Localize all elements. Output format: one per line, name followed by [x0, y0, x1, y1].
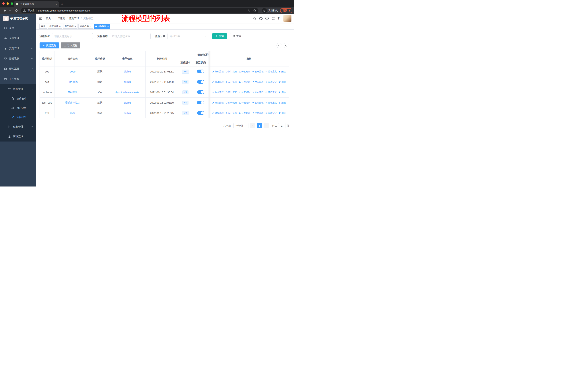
close-icon[interactable]: ×: [107, 25, 109, 27]
search-button[interactable]: 搜索: [212, 33, 227, 39]
action-assign-rule[interactable]: 分配规则: [239, 70, 250, 73]
import-process-button[interactable]: 导入流程: [61, 42, 80, 49]
active-status-toggle[interactable]: [197, 70, 204, 73]
breadcrumb-workflow[interactable]: 工作流程: [55, 17, 65, 20]
process-name-link[interactable]: OA 请假: [68, 91, 77, 94]
new-tab-button[interactable]: +: [61, 2, 63, 6]
form-info-link[interactable]: biubiu: [124, 70, 131, 73]
sidebar-item-process-management[interactable]: 流程管理: [0, 84, 36, 94]
action-publish-process[interactable]: 发布流程: [252, 70, 263, 73]
sidebar-item-process-model[interactable]: 流程模型: [0, 112, 36, 122]
password-key-button[interactable]: [248, 9, 251, 12]
forward-button[interactable]: [8, 8, 13, 13]
tag-process-form[interactable]: 流程表单 ×: [78, 24, 93, 29]
breadcrumb-home[interactable]: 首页: [46, 17, 51, 20]
sidebar-item-system[interactable]: 系统管理: [0, 33, 36, 43]
category-select[interactable]: 流程分类: [168, 33, 208, 39]
app-logo[interactable]: 芋道管理系统: [0, 14, 36, 23]
user-avatar[interactable]: [284, 15, 292, 22]
process-key-input[interactable]: [52, 33, 93, 39]
active-status-toggle[interactable]: [197, 80, 204, 84]
action-edit-process[interactable]: 修改流程: [212, 70, 224, 73]
action-process-definition[interactable]: 流程定义: [265, 91, 277, 94]
action-assign-rule[interactable]: 分配规则: [239, 112, 250, 115]
create-process-button[interactable]: 新建流程: [40, 42, 59, 49]
window-zoom-button[interactable]: [11, 2, 13, 5]
action-delete[interactable]: 删除: [279, 112, 286, 115]
address-bar[interactable]: 不安全 dashboard.yudao.iocoder.cn/bpm/manag…: [21, 8, 258, 13]
process-name-input[interactable]: [110, 33, 151, 39]
page-size-select[interactable]: 10条/页: [233, 123, 248, 128]
sidebar-item-workflow[interactable]: 工作流程: [0, 74, 36, 84]
action-edit-process[interactable]: 修改流程: [212, 101, 224, 104]
action-assign-rule[interactable]: 分配规则: [239, 91, 250, 94]
sidebar-item-user-group[interactable]: 用户分组: [0, 103, 36, 112]
reset-button[interactable]: 重置: [230, 33, 244, 39]
bookmark-star-button[interactable]: [253, 9, 256, 12]
action-edit-process[interactable]: 修改流程: [212, 81, 224, 84]
font-size-button[interactable]: TT: [278, 17, 281, 20]
tag-process-model[interactable]: 流程模型 ×: [94, 24, 110, 29]
tag-my-process[interactable]: 我的流程 ×: [63, 24, 78, 29]
close-icon[interactable]: ×: [90, 25, 91, 27]
process-name-link[interactable]: 滔博: [70, 111, 75, 114]
action-process-definition[interactable]: 流程定义: [265, 101, 277, 104]
sidebar-toggle-button[interactable]: [36, 17, 44, 20]
help-button[interactable]: ?: [265, 17, 269, 20]
github-button[interactable]: [259, 17, 263, 20]
tab-close-button[interactable]: ×: [55, 3, 57, 6]
form-info-link[interactable]: biubiu: [124, 112, 131, 115]
action-design-process[interactable]: 设计流程: [225, 81, 237, 84]
action-delete[interactable]: 删除: [279, 70, 286, 73]
refresh-table-button[interactable]: [284, 43, 289, 48]
update-button[interactable]: 更新: [280, 8, 292, 13]
process-name-link[interactable]: eeee: [70, 70, 75, 73]
action-design-process[interactable]: 设计流程: [225, 70, 237, 73]
process-name-link[interactable]: 测试多审批人: [65, 101, 80, 104]
sidebar-item-process-form[interactable]: 流程表单: [0, 94, 36, 103]
window-minimize-button[interactable]: [7, 2, 9, 5]
sidebar-item-home[interactable]: 首页: [0, 23, 36, 33]
browser-tab[interactable]: 芋道管理系统 ×: [14, 1, 59, 7]
action-process-definition[interactable]: 流程定义: [265, 112, 277, 115]
action-edit-process[interactable]: 修改流程: [212, 112, 224, 115]
action-publish-process[interactable]: 发布流程: [252, 101, 263, 104]
close-icon[interactable]: ×: [74, 25, 76, 27]
window-close-button[interactable]: [2, 2, 5, 5]
action-process-definition[interactable]: 流程定义: [265, 70, 277, 73]
sidebar-item-payment[interactable]: ¥ 支付管理: [0, 43, 36, 53]
action-assign-rule[interactable]: 分配规则: [239, 101, 250, 104]
tag-tenant-management[interactable]: 租户管理 ×: [48, 24, 62, 29]
sidebar-item-task-management[interactable]: 任务管理: [0, 122, 36, 132]
goto-page-input[interactable]: [278, 123, 285, 128]
form-info-link[interactable]: biubiu: [124, 81, 131, 83]
form-info-link[interactable]: /bpm/oa/leave/create: [115, 91, 139, 94]
action-edit-process[interactable]: 修改流程: [212, 91, 224, 94]
incognito-chip[interactable]: 无痕模式: [262, 8, 278, 13]
next-page-button[interactable]: ›: [263, 123, 269, 128]
active-status-toggle[interactable]: [197, 90, 204, 94]
action-delete[interactable]: 删除: [279, 101, 286, 104]
action-design-process[interactable]: 设计流程: [225, 112, 237, 115]
tag-home[interactable]: 首页: [39, 24, 47, 29]
action-process-definition[interactable]: 流程定义: [265, 81, 277, 84]
back-button[interactable]: [2, 8, 7, 13]
sidebar-item-devtools[interactable]: 研发工具: [0, 64, 36, 74]
breadcrumb-process-management[interactable]: 流程管理: [69, 17, 79, 20]
action-design-process[interactable]: 设计流程: [225, 101, 237, 104]
sidebar-item-infra[interactable]: 基础设施: [0, 53, 36, 64]
active-status-toggle[interactable]: [197, 101, 204, 104]
action-publish-process[interactable]: 发布流程: [252, 81, 263, 84]
reload-button[interactable]: [14, 8, 19, 13]
fullscreen-button[interactable]: [271, 17, 275, 20]
sidebar-item-leave-query[interactable]: 请假查询: [0, 132, 36, 141]
close-icon[interactable]: ×: [59, 25, 61, 27]
form-info-link[interactable]: biubiu: [124, 101, 131, 104]
show-search-button[interactable]: [276, 43, 282, 48]
page-number-1[interactable]: 1: [257, 123, 262, 128]
header-search-button[interactable]: [253, 17, 256, 20]
action-assign-rule[interactable]: 分配规则: [239, 81, 250, 84]
action-delete[interactable]: 删除: [279, 91, 286, 94]
action-delete[interactable]: 删除: [279, 81, 286, 84]
prev-page-button[interactable]: ‹: [250, 123, 255, 128]
